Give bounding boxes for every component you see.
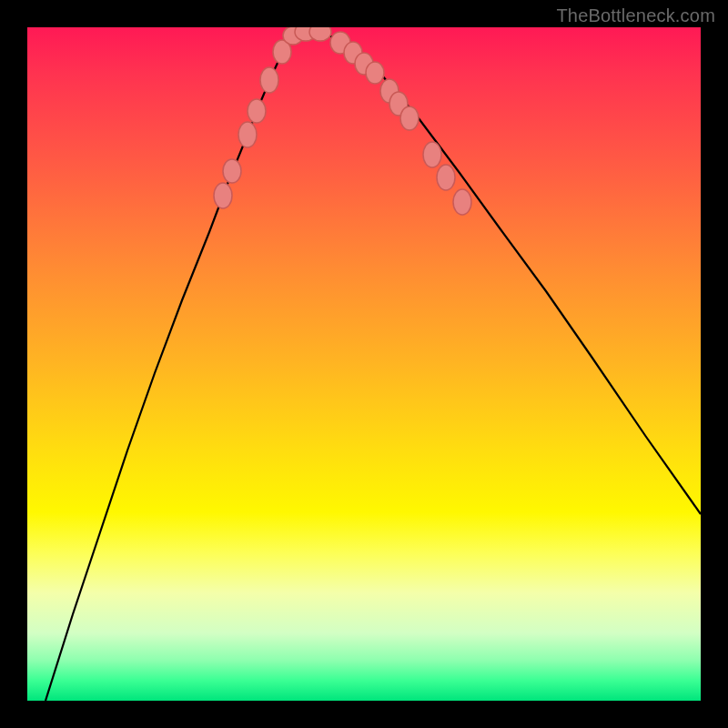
marker-beads-group [214, 27, 471, 215]
marker-bead [453, 189, 471, 215]
marker-bead [248, 99, 266, 123]
chart-plot-area [27, 27, 701, 701]
marker-bead [423, 142, 441, 167]
marker-bead [223, 159, 241, 183]
marker-bead [366, 62, 384, 84]
marker-bead [400, 106, 419, 130]
chart-svg [27, 27, 701, 701]
marker-bead [260, 67, 278, 93]
marker-bead [238, 122, 257, 147]
marker-bead [309, 27, 331, 41]
watermark-text: TheBottleneck.com [556, 5, 715, 26]
marker-bead [214, 183, 232, 208]
marker-bead [437, 165, 455, 190]
bottleneck-curve [46, 32, 701, 701]
